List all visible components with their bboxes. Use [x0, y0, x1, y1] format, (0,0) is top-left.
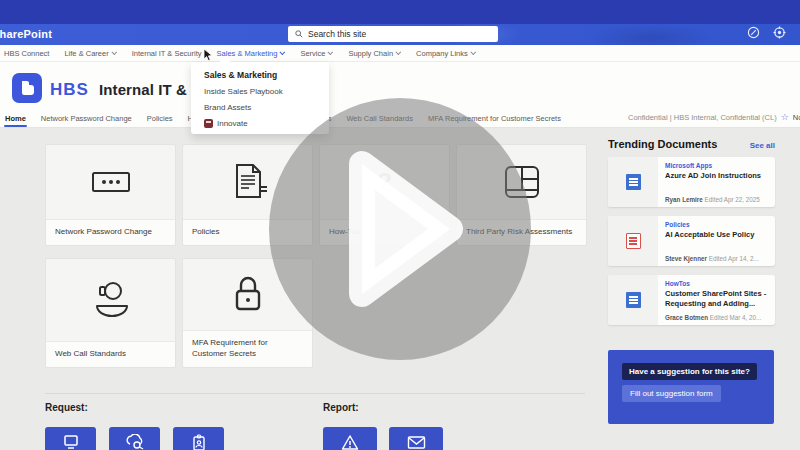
- search-icon: [295, 30, 303, 38]
- play-icon[interactable]: [346, 146, 466, 312]
- monitor-icon: [62, 434, 80, 450]
- trending-item-customer-sharepoint[interactable]: HowTos Customer SharePoint Sites - Reque…: [608, 275, 775, 325]
- card-label: Network Password Change: [46, 219, 175, 245]
- follow-star-icon[interactable]: ☆: [781, 113, 789, 122]
- headset-person-icon: [87, 279, 135, 321]
- dropdown-header: Sales & Marketing: [204, 70, 316, 80]
- pdf-doc-icon: [626, 233, 641, 249]
- nav-item-life-career[interactable]: Life & Career: [64, 49, 116, 58]
- policy-document-icon: [225, 161, 271, 203]
- nav-item-internal-it-security[interactable]: Internal IT & Security: [132, 49, 202, 58]
- document-category[interactable]: HowTos: [665, 280, 768, 287]
- card-label: Web Call Standards: [46, 341, 175, 367]
- word-doc-icon: [626, 292, 641, 308]
- card-label: MFA Requirement for Customer Secrets: [183, 330, 312, 367]
- classification-label: Confidential | HBS Internal, Confidentia…: [628, 113, 777, 122]
- document-thumbnail: [608, 275, 658, 325]
- see-all-link[interactable]: See all: [750, 141, 775, 150]
- device-request-button[interactable]: [45, 427, 96, 450]
- document-byline: Steve Kjenner Edited Apr 14, 2...: [665, 255, 768, 262]
- mouse-cursor-icon: [203, 48, 214, 62]
- credentials-request-button[interactable]: [109, 427, 160, 450]
- document-title[interactable]: Customer SharePoint Sites - Requesting a…: [665, 289, 768, 311]
- report-section-label: Report:: [323, 402, 359, 413]
- chevron-down-icon: [280, 49, 286, 55]
- nav-item-hbs-connect[interactable]: HBS Connect: [4, 49, 49, 58]
- document-category[interactable]: Microsoft Apps: [665, 162, 768, 169]
- cloud-key-icon: [125, 434, 145, 450]
- suggestion-panel: Have a suggestion for this site? Fill ou…: [608, 350, 774, 424]
- nav-item-sales-marketing[interactable]: Sales & Marketing: [217, 49, 286, 58]
- document-byline: Grace Botmen Edited Mar 4, 20...: [665, 314, 768, 321]
- suggestion-form-button[interactable]: Fill out suggestion form: [622, 385, 721, 402]
- browser-top-strip: [0, 0, 800, 24]
- word-doc-icon: [626, 174, 641, 190]
- trending-documents-title: Trending Documents: [608, 138, 717, 150]
- suggestion-question: Have a suggestion for this site?: [622, 363, 757, 380]
- tab-home[interactable]: Home: [4, 111, 27, 126]
- sales-marketing-dropdown: Sales & Marketing Inside Sales Playbook …: [191, 62, 329, 134]
- card-web-call-standards[interactable]: Web Call Standards: [45, 258, 176, 368]
- tab-network-password-change[interactable]: Network Password Change: [40, 111, 133, 126]
- chevron-down-icon: [470, 49, 476, 55]
- badge-request-button[interactable]: [173, 427, 224, 450]
- tab-policies[interactable]: Policies: [146, 111, 174, 126]
- search-placeholder: Search this site: [308, 29, 366, 39]
- search-input[interactable]: Search this site: [288, 26, 498, 42]
- follow-label[interactable]: Not foll: [793, 113, 800, 122]
- document-thumbnail: [608, 157, 658, 207]
- sharepoint-logo-text[interactable]: SharePoint: [0, 28, 52, 40]
- hub-navigation: HBS Connect Life & Career Internal IT & …: [0, 45, 800, 62]
- document-thumbnail: [608, 216, 658, 266]
- sharepoint-video-frame: SharePoint Search this site HBS Connect …: [0, 0, 800, 450]
- padlock-icon: [228, 273, 268, 317]
- gear-icon[interactable]: [773, 26, 786, 39]
- document-title[interactable]: Azure AD Join Instructions: [665, 171, 768, 193]
- id-badge-icon: [192, 434, 206, 450]
- trending-item-ai-policy[interactable]: Policies AI Acceptable Use Policy Steve …: [608, 216, 775, 266]
- document-title[interactable]: AI Acceptable Use Policy: [665, 230, 768, 252]
- envelope-icon: [407, 435, 426, 449]
- request-section-label: Request:: [45, 402, 88, 413]
- pencil-circle-icon[interactable]: [747, 26, 760, 39]
- chevron-down-icon: [328, 49, 334, 55]
- nav-item-company-links[interactable]: Company Links: [416, 49, 476, 58]
- incident-report-button[interactable]: [323, 427, 377, 450]
- document-byline: Ryan Lemire Edited Apr 22, 2025: [665, 196, 768, 203]
- nav-item-service[interactable]: Service: [300, 49, 333, 58]
- section-divider: [45, 393, 585, 394]
- warning-triangle-icon: [341, 434, 359, 450]
- document-category[interactable]: Policies: [665, 221, 768, 228]
- hbs-site-logo[interactable]: [12, 73, 42, 103]
- dropdown-item-innovate[interactable]: Innovate: [204, 119, 316, 128]
- card-network-password-change[interactable]: Network Password Change: [45, 144, 176, 246]
- hbs-logo-text: HBS: [50, 80, 89, 100]
- innovate-logo-icon: [204, 119, 213, 128]
- hbs-logo-glyph: [18, 79, 36, 97]
- trending-documents-list: Microsoft Apps Azure AD Join Instruction…: [608, 157, 775, 325]
- password-field-icon: [88, 163, 134, 201]
- nav-item-supply-chain[interactable]: Supply Chain: [348, 49, 401, 58]
- chevron-down-icon: [396, 49, 402, 55]
- trending-item-azure-ad[interactable]: Microsoft Apps Azure AD Join Instruction…: [608, 157, 775, 207]
- chevron-down-icon: [111, 49, 117, 55]
- dropdown-item-brand-assets[interactable]: Brand Assets: [204, 103, 316, 112]
- mail-report-button[interactable]: [389, 427, 443, 450]
- dropdown-item-inside-sales-playbook[interactable]: Inside Sales Playbook: [204, 87, 316, 96]
